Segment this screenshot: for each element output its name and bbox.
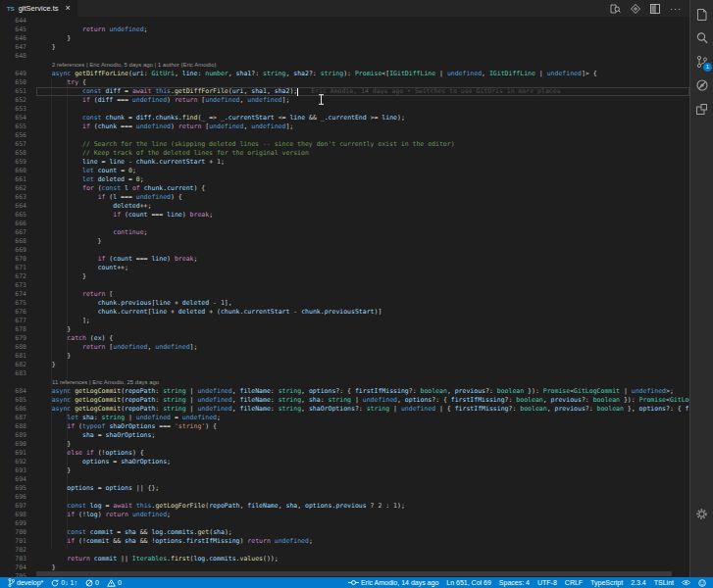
code-row[interactable]: 690 } xyxy=(0,440,689,449)
search-icon[interactable] xyxy=(690,26,713,50)
code-row[interactable]: 662 for (const l of chunk.current) { xyxy=(0,184,689,193)
code-row[interactable]: 701 if (!commit && sha && !options.first… xyxy=(0,537,689,546)
debug-icon[interactable] xyxy=(690,74,713,97)
tab-gitservice[interactable]: TS gitService.ts × xyxy=(0,0,77,17)
code-row[interactable]: 699 xyxy=(0,519,689,528)
code-text: if (count === line) break; xyxy=(36,211,689,220)
code-row[interactable]: 684 async getLogCommit(repoPath: string … xyxy=(0,387,689,396)
errors-item[interactable]: 0 xyxy=(81,579,103,587)
warnings-item[interactable]: 0 xyxy=(103,579,126,587)
code-row[interactable]: 653 xyxy=(0,105,689,114)
code-row[interactable]: 669 xyxy=(0,246,689,255)
code-row[interactable]: 689 sha = shaOrOptions; xyxy=(0,431,689,440)
line-number: 696 xyxy=(0,493,36,502)
code-row[interactable]: 692 options = shaOrOptions; xyxy=(0,458,689,466)
code-row[interactable]: 674 return [ xyxy=(0,290,689,299)
code-row[interactable]: 673 xyxy=(0,281,689,290)
code-row[interactable]: 693 } xyxy=(0,466,689,475)
code-row[interactable]: 676 chunk.current[line + deleted + (chun… xyxy=(0,308,689,317)
code-row[interactable]: 654 const chunk = diff.chunks.find(_ => … xyxy=(0,114,689,122)
code-row[interactable]: 681 } xyxy=(0,352,689,361)
code-row[interactable]: 702 xyxy=(0,546,689,555)
codelens-row[interactable]: 2 references | Eric Amodio, 5 days ago |… xyxy=(0,61,689,70)
code-row[interactable]: 661 let deleted = 0; xyxy=(0,175,689,184)
feedback-smiley-icon[interactable] xyxy=(694,579,710,587)
code-row[interactable]: 648 xyxy=(0,52,689,61)
code-row[interactable]: 679 catch (ex) { xyxy=(0,334,689,343)
code-text xyxy=(36,493,689,502)
code-row[interactable]: 672 } xyxy=(0,272,689,281)
code-row[interactable]: 688 if (typeof shaOrOptions === 'string'… xyxy=(0,422,689,431)
code-row[interactable]: 680 return [undefined, undefined]; xyxy=(0,343,689,352)
eol-setting[interactable]: CRLF xyxy=(561,579,586,586)
code-row[interactable]: 687 let sha: string | undefined = undefi… xyxy=(0,414,689,422)
code-row[interactable]: 649 async getDiffForLine(uri: GitUri, li… xyxy=(0,70,689,78)
code-row[interactable]: 659 line = line - chunk.currentStart + 1… xyxy=(0,158,689,167)
code-row[interactable]: 668 } xyxy=(0,237,689,246)
code-row[interactable]: 703 return commit || Iterables.first(log… xyxy=(0,555,689,564)
code-row[interactable]: 655 if (chunk === undefined) return [und… xyxy=(0,122,689,131)
code-row[interactable]: 698 if (!log) return undefined; xyxy=(0,511,689,519)
close-icon[interactable]: × xyxy=(66,4,71,13)
language-mode[interactable]: TypeScript xyxy=(586,579,627,586)
code-row[interactable]: 667 continue; xyxy=(0,228,689,237)
indentation-setting[interactable]: Spaces: 4 xyxy=(495,579,534,586)
code-row[interactable]: 660 let count = 0; xyxy=(0,167,689,175)
code-row[interactable]: 658 // Keep track of the deleted lines f… xyxy=(0,149,689,158)
settings-gear-icon[interactable] xyxy=(690,508,713,520)
codelens-row[interactable]: 11 references | Eric Amodio, 25 days ago xyxy=(0,378,689,387)
eye-icon[interactable] xyxy=(678,579,694,586)
code-row[interactable]: 682 } xyxy=(0,361,689,369)
code-row[interactable]: 664 deleted++; xyxy=(0,202,689,211)
code-row[interactable]: 663 if (l === undefined) { xyxy=(0,193,689,202)
code-row[interactable]: 666 xyxy=(0,220,689,228)
code-row[interactable]: 691 else if (!options) { xyxy=(0,449,689,458)
codelens-text[interactable]: 2 references | Eric Amodio, 5 days ago |… xyxy=(36,61,689,70)
open-changes-icon[interactable] xyxy=(610,4,621,14)
code-row[interactable]: 686 async getLogCommit(repoPath: string … xyxy=(0,405,689,414)
tslint-status[interactable]: TSLint xyxy=(650,579,678,586)
blame-item[interactable]: Eric Amodio, 14 days ago xyxy=(344,579,442,586)
code-row[interactable]: 695 options = options || {}; xyxy=(0,484,689,493)
code-row[interactable]: 647 } xyxy=(0,43,689,52)
code-row[interactable]: 650 try { xyxy=(0,78,689,87)
split-editor-icon[interactable] xyxy=(650,4,660,14)
code-row[interactable]: 696 xyxy=(0,493,689,502)
code-row[interactable]: 657 // Search for the line (skipping del… xyxy=(0,140,689,149)
line-number xyxy=(0,378,36,387)
code-row[interactable]: 645 return undefined; xyxy=(0,25,689,34)
line-number: 695 xyxy=(0,484,36,493)
line-number: 690 xyxy=(0,440,36,449)
code-row[interactable]: 697 const log = await this.getLogForFile… xyxy=(0,502,689,511)
code-row[interactable]: 646 } xyxy=(0,34,689,43)
code-row[interactable]: 685 async getLogCommit(repoPath: string … xyxy=(0,396,689,405)
typescript-version[interactable]: 2.3.4 xyxy=(627,579,650,586)
code-row[interactable]: 670 if (count === line) break; xyxy=(0,255,689,264)
code-row[interactable]: 651 const diff = await this.getDiffForFi… xyxy=(0,87,689,96)
code-row[interactable]: 700 const commit = sha && log.commits.ge… xyxy=(0,528,689,537)
horizontal-scrollbar[interactable] xyxy=(36,571,672,576)
code-row[interactable]: 678 } xyxy=(0,325,689,334)
code-row[interactable]: 694 xyxy=(0,475,689,484)
source-control-icon[interactable]: 1 xyxy=(690,50,713,74)
encoding-setting[interactable]: UTF-8 xyxy=(534,579,561,586)
code-row[interactable]: 675 chunk.previous[line + deleted - 1], xyxy=(0,299,689,308)
code-row[interactable]: 683 xyxy=(0,369,689,378)
gitlens-compare-icon[interactable] xyxy=(631,4,640,14)
explorer-icon[interactable] xyxy=(690,3,713,26)
extensions-icon[interactable] xyxy=(690,97,713,121)
code-text: try { xyxy=(36,78,689,87)
cursor-position[interactable]: Ln 651, Col 69 xyxy=(442,579,495,586)
code-row[interactable]: 652 if (diff === undefined) return [unde… xyxy=(0,96,689,105)
code-row[interactable]: 644 xyxy=(0,17,689,25)
code-row[interactable]: 656 xyxy=(0,131,689,140)
git-branch-item[interactable]: develop* xyxy=(4,578,47,587)
code-row[interactable]: 671 count++; xyxy=(0,264,689,272)
sync-item[interactable]: 0↓ 1↑ xyxy=(47,579,81,587)
code-editor[interactable]: 644645 return undefined;646 }647 }6482 r… xyxy=(0,17,689,577)
codelens-text[interactable]: 11 references | Eric Amodio, 25 days ago xyxy=(36,378,689,387)
code-row[interactable]: 677 ]; xyxy=(0,317,689,325)
line-number: 660 xyxy=(0,167,36,175)
more-actions-icon[interactable]: ··· xyxy=(670,6,682,12)
code-row[interactable]: 665 if (count === line) break; xyxy=(0,211,689,220)
